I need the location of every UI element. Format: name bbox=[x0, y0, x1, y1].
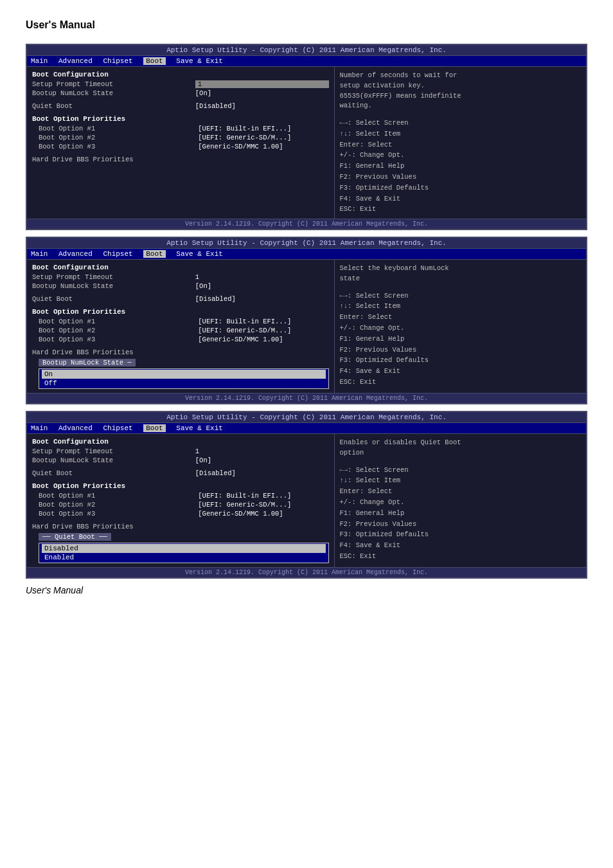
quietboot-option-disabled[interactable]: Disabled bbox=[42, 544, 326, 553]
menu-advanced-3[interactable]: Advanced bbox=[58, 424, 93, 432]
value-numlock-1: [On] bbox=[195, 89, 329, 97]
menu-saveexit-3[interactable]: Save & Exit bbox=[176, 424, 223, 432]
value-boot2-3: [UEFI: Generic-SD/M...] bbox=[198, 501, 328, 509]
item-boot2-3: Boot Option #2 [UEFI: Generic-SD/M...] bbox=[39, 501, 329, 509]
value-boot3-3: [Generic-SD/MMC 1.00] bbox=[198, 510, 328, 518]
menu-chipset-1[interactable]: Chipset bbox=[103, 57, 132, 65]
label-quietboot-2: Quiet Boot bbox=[32, 295, 195, 303]
menu-saveexit-2[interactable]: Save & Exit bbox=[176, 250, 223, 258]
value-quietboot-2: [Disabled] bbox=[195, 295, 329, 303]
section-bootoptions-3: Boot Option Priorities bbox=[32, 482, 329, 490]
label-boot3-1: Boot Option #3 bbox=[39, 143, 198, 150]
label-boot2-3: Boot Option #2 bbox=[39, 501, 198, 509]
menu-advanced-1[interactable]: Advanced bbox=[58, 57, 93, 65]
value-boot3-2: [Generic-SD/MMC 1.00] bbox=[198, 336, 328, 343]
help-text-1: Number of seconds to wait forsetup activ… bbox=[340, 71, 582, 111]
quietboot-option-enabled[interactable]: Enabled bbox=[42, 553, 326, 562]
label-boot3-2: Boot Option #3 bbox=[39, 336, 198, 343]
label-boot1-3: Boot Option #1 bbox=[39, 492, 198, 500]
label-quietboot-1: Quiet Boot bbox=[32, 102, 195, 110]
label-numlock-2: Bootup NumLock State bbox=[32, 282, 195, 290]
item-hdd-bbs-2: Hard Drive BBS Priorities bbox=[32, 348, 329, 356]
numlock-option-on[interactable]: On bbox=[42, 370, 326, 379]
item-boot1-3: Boot Option #1 [UEFI: Built-in EFI...] bbox=[39, 492, 329, 500]
item-hdd-bbs-1: Hard Drive BBS Priorities bbox=[32, 156, 329, 163]
label-numlock-1: Bootup NumLock State bbox=[32, 89, 195, 97]
bios-left-2: Boot Configuration Setup Prompt Timeout … bbox=[27, 260, 335, 393]
value-hdd-bbs-1 bbox=[195, 156, 329, 163]
bios-footer-1: Version 2.14.1219. Copyright (C) 2011 Am… bbox=[27, 219, 586, 229]
menu-saveexit-1[interactable]: Save & Exit bbox=[176, 57, 223, 65]
bios-footer-3: Version 2.14.1219. Copyright (C) 2011 Am… bbox=[27, 567, 586, 577]
bios-menubar-1: Main Advanced Chipset Boot Save & Exit bbox=[27, 56, 586, 67]
item-quietboot-2: Quiet Boot [Disabled] bbox=[32, 295, 329, 303]
item-boot2-1: Boot Option #2 [UEFI: Generic-SD/M...] bbox=[39, 134, 329, 141]
menu-chipset-3[interactable]: Chipset bbox=[103, 424, 132, 432]
item-numlock-1: Bootup NumLock State [On] bbox=[32, 89, 329, 97]
value-boot3-1: [Generic-SD/MMC 1.00] bbox=[198, 143, 328, 150]
item-boot3-1: Boot Option #3 [Generic-SD/MMC 1.00] bbox=[39, 143, 329, 150]
value-numlock-2: [On] bbox=[195, 282, 329, 290]
item-timeout-1: Setup Prompt Timeout 1 bbox=[32, 80, 329, 88]
bios-menubar-2: Main Advanced Chipset Boot Save & Exit bbox=[27, 249, 586, 260]
quietboot-dropdown-container: ── Quiet Boot ── Disabled Enabled bbox=[39, 533, 329, 563]
value-boot2-1: [UEFI: Generic-SD/M...] bbox=[198, 134, 328, 141]
label-boot2-1: Boot Option #2 bbox=[39, 134, 198, 141]
item-boot3-3: Boot Option #3 [Generic-SD/MMC 1.00] bbox=[39, 510, 329, 518]
label-boot1-1: Boot Option #1 bbox=[39, 125, 198, 132]
value-boot1-1: [UEFI: Built-in EFI...] bbox=[198, 125, 328, 132]
menu-boot-1[interactable]: Boot bbox=[143, 57, 165, 65]
keys-3: ←→: Select Screen ↑↓: Select Item Enter:… bbox=[340, 465, 582, 562]
value-quietboot-3: [Disabled] bbox=[195, 469, 329, 477]
label-timeout-1: Setup Prompt Timeout bbox=[32, 80, 195, 88]
numlock-dropdown-container: Bootup NumLock State ─ On Off bbox=[39, 359, 329, 389]
item-quietboot-1: Quiet Boot [Disabled] bbox=[32, 102, 329, 110]
numlock-dropdown[interactable]: On Off bbox=[39, 368, 329, 389]
item-timeout-2: Setup Prompt Timeout 1 bbox=[32, 273, 329, 281]
value-boot1-3: [UEFI: Built-in EFI...] bbox=[198, 492, 328, 500]
footer-text: User's Manual bbox=[26, 585, 587, 595]
label-boot1-2: Boot Option #1 bbox=[39, 318, 198, 325]
bios-header-3: Aptio Setup Utility - Copyright (C) 2011… bbox=[27, 412, 586, 423]
bios-header-1: Aptio Setup Utility - Copyright (C) 2011… bbox=[27, 45, 586, 56]
label-numlock-3: Bootup NumLock State bbox=[32, 457, 195, 464]
quietboot-dropdown[interactable]: Disabled Enabled bbox=[39, 543, 329, 563]
bios-body-2: Boot Configuration Setup Prompt Timeout … bbox=[27, 260, 586, 393]
value-timeout-1: 1 bbox=[195, 80, 329, 88]
label-hdd-bbs-3: Hard Drive BBS Priorities bbox=[32, 523, 195, 530]
item-hdd-bbs-3: Hard Drive BBS Priorities bbox=[32, 523, 329, 530]
menu-main-2[interactable]: Main bbox=[31, 250, 48, 258]
section-title-2: Boot Configuration bbox=[32, 264, 329, 271]
label-boot2-2: Boot Option #2 bbox=[39, 327, 198, 334]
bios-body-1: Boot Configuration Setup Prompt Timeout … bbox=[27, 67, 586, 219]
item-boot3-2: Boot Option #3 [Generic-SD/MMC 1.00] bbox=[39, 336, 329, 343]
value-boot2-2: [UEFI: Generic-SD/M...] bbox=[198, 327, 328, 334]
help-text-2: Select the keyboard NumLockstate bbox=[340, 264, 582, 284]
item-timeout-3: Setup Prompt Timeout 1 bbox=[32, 448, 329, 455]
section-title-3: Boot Configuration bbox=[32, 438, 329, 446]
section-bootoptions-2: Boot Option Priorities bbox=[32, 308, 329, 316]
value-quietboot-1: [Disabled] bbox=[195, 102, 329, 110]
bios-body-3: Boot Configuration Setup Prompt Timeout … bbox=[27, 434, 586, 567]
bios-left-3: Boot Configuration Setup Prompt Timeout … bbox=[27, 434, 335, 567]
bios-menubar-3: Main Advanced Chipset Boot Save & Exit bbox=[27, 423, 586, 434]
numlock-option-off[interactable]: Off bbox=[42, 379, 326, 388]
label-hdd-bbs-2: Hard Drive BBS Priorities bbox=[32, 348, 195, 356]
value-boot1-2: [UEFI: Built-in EFI...] bbox=[198, 318, 328, 325]
keys-1: ←→: Select Screen ↑↓: Select Item Enter:… bbox=[340, 118, 582, 215]
menu-main-3[interactable]: Main bbox=[31, 424, 48, 432]
menu-advanced-2[interactable]: Advanced bbox=[58, 250, 93, 258]
item-quietboot-3: Quiet Boot [Disabled] bbox=[32, 469, 329, 477]
keys-2: ←→: Select Screen ↑↓: Select Item Enter:… bbox=[340, 291, 582, 388]
bios-right-1: Number of seconds to wait forsetup activ… bbox=[335, 67, 587, 219]
menu-main-1[interactable]: Main bbox=[31, 57, 48, 65]
menu-boot-2[interactable]: Boot bbox=[143, 250, 165, 258]
bios-screen-3: Aptio Setup Utility - Copyright (C) 2011… bbox=[26, 411, 587, 579]
menu-boot-3[interactable]: Boot bbox=[143, 424, 165, 432]
label-quietboot-3: Quiet Boot bbox=[32, 469, 195, 477]
section-title-1: Boot Configuration bbox=[32, 71, 329, 78]
bios-header-2: Aptio Setup Utility - Copyright (C) 2011… bbox=[27, 238, 586, 249]
item-boot1-2: Boot Option #1 [UEFI: Built-in EFI...] bbox=[39, 318, 329, 325]
menu-chipset-2[interactable]: Chipset bbox=[103, 250, 132, 258]
bios-footer-2: Version 2.14.1219. Copyright (C) 2011 Am… bbox=[27, 393, 586, 403]
